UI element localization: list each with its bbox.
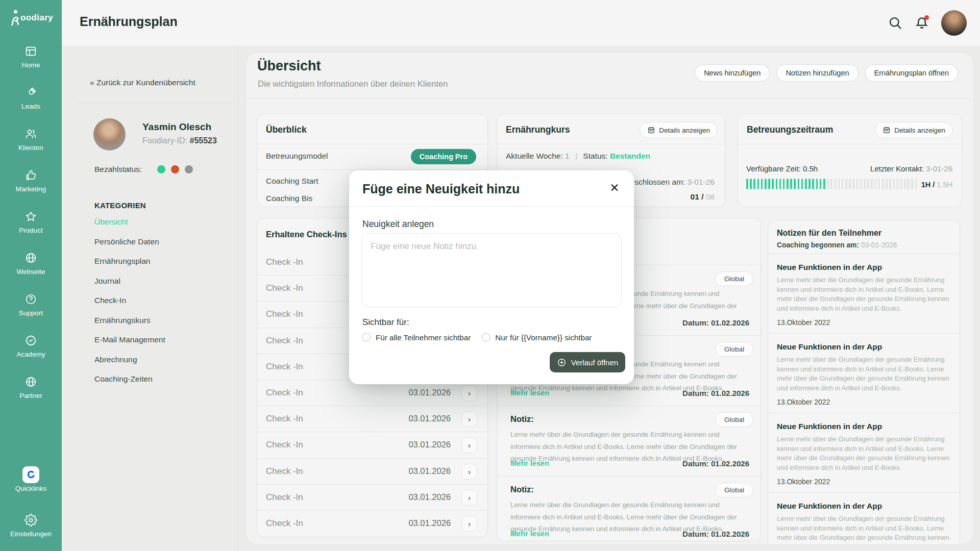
sidebar-item[interactable]: Home [0, 44, 62, 85]
paystatus-label: Bezahlstatus: [94, 165, 142, 174]
sidebar-item-label: Klienten [18, 144, 43, 152]
checkin-label: Check -In [266, 283, 303, 293]
entry-body: Lerne mehr über die Grundlagen der gesun… [777, 435, 951, 473]
sidebar-item[interactable]: Support [0, 292, 62, 333]
last-contact: Letzter Kontakt: 3-01-26 [870, 164, 952, 173]
global-badge: Global [715, 342, 753, 357]
checkin-date: 03.01.2026 [408, 414, 451, 423]
participant-entry: Neue Funktionen in der App Lerne mehr üb… [768, 254, 960, 333]
participant-notes-card: Notizen für den Teilnehmer Coaching bego… [768, 220, 960, 545]
note-item: Notiz: Global Lerne mehr über die Grundl… [497, 406, 761, 476]
sidebar-item-icon [24, 168, 37, 182]
header-action-button[interactable]: News hinzufügen [695, 64, 770, 82]
care-period-card: Betreuungszeitraum Details anzeigen Verf… [738, 114, 962, 207]
card-title: Erhaltene Check-Ins [266, 230, 347, 239]
paystatus-dot [171, 165, 179, 173]
search-button[interactable] [888, 16, 902, 30]
visibility-options: Für alle Teilnehmer sichtbar Nur für {{V… [362, 333, 592, 342]
client-avatar [93, 118, 126, 151]
news-input[interactable] [361, 233, 622, 307]
read-more-link[interactable]: Mehr lesen [510, 459, 549, 467]
sidebar-item-label: Einstellungen [10, 530, 52, 538]
card-title: Ernährungkurs [506, 124, 570, 135]
sidebar-item[interactable]: Academy [0, 333, 62, 374]
care-details-button[interactable]: Details anzeigen [875, 122, 953, 138]
category-link[interactable]: Check-In [94, 296, 165, 316]
checkin-row[interactable]: Check -In 03.01.2026 › [257, 432, 487, 458]
sidebar-item[interactable]: Marketing [0, 168, 62, 209]
sidebar-item-label: Partner [19, 392, 42, 399]
checkin-open-button[interactable]: › [461, 411, 477, 427]
checkin-row[interactable]: Check -In 03.01.2026 › [257, 406, 487, 432]
sidebar-item-icon [24, 209, 37, 223]
betreuungsmodel-label: Betreuungsmodel [266, 152, 328, 161]
checkin-label: Check -In [266, 466, 303, 477]
sidebar-item[interactable]: Webseite [0, 251, 62, 292]
category-link[interactable]: Journal [94, 277, 165, 296]
modal-title: Füge eine Neuigkeit hinzu [362, 182, 520, 196]
checkin-open-button[interactable]: › [461, 516, 477, 532]
sidebar-item[interactable]: Product [0, 209, 62, 251]
search-icon [888, 16, 902, 30]
sidebar-item[interactable]: Klienten [0, 127, 62, 168]
header-action-button[interactable]: Notizen hinzufügen [776, 64, 858, 82]
notification-dot [924, 15, 929, 20]
participant-entry: Neue Funktionen in der App Lerne mehr üb… [768, 413, 960, 492]
checkin-row[interactable]: Check -In 03.01.2026 › [257, 459, 487, 485]
sidebar-item-icon [24, 251, 37, 265]
checkin-row[interactable]: Check -In 03.01.2026 › [257, 511, 487, 537]
back-link[interactable]: « Zurück zur Kundenübersicht [90, 78, 195, 87]
checkin-label: Check -In [266, 440, 303, 450]
note-date: Datum: 01.02.2026 [682, 530, 749, 538]
header-action-button[interactable]: Ernährungsplan öffnen [865, 64, 958, 82]
section-subtitle: Die wichtigsten Informationen über deine… [258, 79, 448, 89]
paystatus-dot [185, 165, 193, 173]
category-link[interactable]: Abrechnung [94, 355, 165, 375]
checkin-open-button[interactable]: › [461, 490, 477, 506]
course-details-button[interactable]: Details anzeigen [640, 122, 718, 138]
coaching-pro-badge: Coaching Pro [411, 149, 476, 164]
category-link[interactable]: Übersicht [94, 217, 165, 237]
sidebar-item-icon [24, 333, 37, 347]
card-icon [647, 126, 655, 134]
sidebar-item[interactable]: Quicklinks [0, 467, 62, 513]
main-sidebar: oodiary Home Leads Klienten Marketing [0, 0, 62, 551]
notifications-button[interactable] [915, 16, 929, 30]
sidebar-item-icon [24, 374, 37, 389]
paystatus-dots [157, 165, 193, 173]
category-link[interactable]: Ernährungsplan [94, 257, 165, 277]
read-more-link[interactable]: Mehr lesen [510, 530, 549, 538]
sidebar-item[interactable]: Einstellungen [0, 513, 62, 551]
checkin-row[interactable]: Check -In 03.01.2026 › [257, 485, 487, 511]
note-label: Notiz: [510, 485, 534, 494]
time-usage: 1H / 1.5H [921, 181, 952, 189]
checkin-open-button[interactable]: › [461, 437, 477, 453]
divider [349, 206, 634, 207]
logo-person-icon [9, 9, 21, 27]
participant-entries: Neue Funktionen in der App Lerne mehr üb… [768, 254, 960, 545]
paystatus-dot [157, 165, 165, 173]
sidebar-item[interactable]: Leads [0, 85, 62, 127]
user-avatar[interactable] [941, 10, 967, 36]
radio-icon[interactable] [481, 333, 491, 342]
categories-list: ÜbersichtPersönliche DatenErnährungsplan… [94, 217, 165, 394]
card-title: Betreuungszeitraum [747, 124, 833, 135]
category-link[interactable]: Coaching-Zeiten [94, 374, 165, 394]
entry-title: Neue Funktionen in der App [777, 422, 882, 431]
foodiary-logo[interactable]: oodiary [0, 9, 62, 27]
category-link[interactable]: Ernährungskurs [94, 316, 165, 336]
close-icon[interactable]: ✕ [606, 180, 623, 196]
client-id: Foodiary-ID: #55523 [142, 136, 217, 145]
open-history-button[interactable]: Verlauf öffnen [550, 352, 625, 372]
read-more-link[interactable]: Mehr lesen [510, 389, 549, 397]
checkin-open-button[interactable]: › [461, 385, 477, 401]
visibility-option[interactable]: Für alle Teilnehmer sichtbar [362, 333, 471, 342]
radio-icon[interactable] [362, 333, 371, 342]
checkin-open-button[interactable]: › [461, 464, 477, 480]
visibility-label: Sichtbar für: [362, 317, 409, 328]
category-link[interactable]: Persönliche Daten [94, 237, 165, 257]
category-link[interactable]: E-Mail Management [94, 335, 165, 355]
visibility-option[interactable]: Nur für {{Vorname}} sichtbar [481, 333, 592, 342]
sidebar-item-label: Quicklinks [15, 485, 47, 492]
sidebar-item[interactable]: Partner [0, 374, 62, 416]
